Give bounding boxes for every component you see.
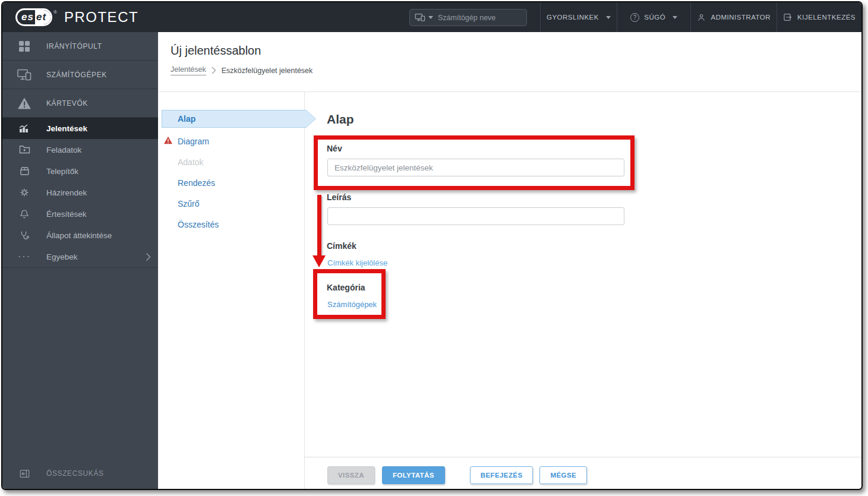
computer-icon (415, 13, 426, 23)
chevron-down-icon (606, 16, 611, 19)
user-icon (697, 13, 706, 22)
category-value-link[interactable]: Számítógépek (327, 300, 377, 309)
reports-chart-icon (2, 124, 46, 134)
help-menu[interactable]: ? SÚGÓ (617, 2, 691, 32)
error-warning-icon (163, 136, 173, 144)
sidebar-item-notifications[interactable]: Értesítések (2, 203, 158, 225)
collapse-icon (2, 469, 46, 478)
logout-icon (783, 12, 793, 22)
form-heading: Alap (327, 112, 354, 127)
computers-icon (2, 68, 46, 81)
main-content: Új jelentéssablon Jelentések Eszközfelüg… (158, 32, 861, 489)
breadcrumb-current: Eszközfelügyelet jelentések (222, 67, 313, 75)
breadcrumb-parent-link[interactable]: Jelentések (171, 65, 206, 75)
app-window: eset ® PROTECT GYORSLINKEK ? SÚGÓ (1, 1, 863, 490)
threats-warning-icon (2, 97, 46, 110)
sidebar-item-installers[interactable]: Telepítők (2, 160, 158, 182)
wizard-step-data: Adatok (158, 152, 304, 173)
page-title: Új jelentéssablon (171, 44, 261, 58)
tags-label: Címkék (327, 241, 356, 251)
category-label: Kategória (327, 283, 365, 292)
status-overview-icon (2, 230, 46, 241)
wizard-panel: Alap Diagram Adatok Rendezés Szűrő (158, 91, 861, 489)
quicklinks-menu[interactable]: GYORSLINKEK (540, 2, 617, 32)
computer-search-box[interactable] (409, 9, 527, 26)
chevron-down-icon (673, 16, 677, 19)
wizard-steps: Alap Diagram Adatok Rendezés Szűrő (158, 92, 305, 489)
annotation-arrow-head-icon (313, 255, 326, 267)
help-icon: ? (630, 13, 639, 22)
notifications-bell-icon (2, 208, 46, 219)
sidebar-item-status-overview[interactable]: Állapot áttekintése (2, 225, 158, 246)
registered-mark: ® (53, 10, 57, 15)
name-label: Név (327, 144, 342, 153)
cancel-button[interactable]: MÉGSE (539, 466, 587, 484)
description-label: Leírás (327, 192, 351, 202)
wizard-step-basic[interactable]: Alap (162, 110, 316, 128)
sidebar-item-reports[interactable]: Jelentések (2, 118, 158, 139)
continue-button[interactable]: FOLYTATÁS (382, 466, 445, 484)
sidebar-item-computers[interactable]: SZÁMÍTÓGÉPEK (2, 61, 158, 89)
topbar: eset ® PROTECT GYORSLINKEK ? SÚGÓ (2, 2, 861, 32)
wizard-step-sorting[interactable]: Rendezés (158, 173, 304, 194)
tasks-folder-icon (2, 145, 46, 154)
product-name: PROTECT (64, 9, 138, 26)
breadcrumb: Jelentések Eszközfelügyelet jelentések (171, 65, 313, 75)
dashboard-grid-icon (2, 39, 46, 53)
sidebar-submenu: Jelentések Feladatok Telepítők (2, 118, 158, 268)
sidebar-item-detections[interactable]: KÁRTEVŐK (2, 89, 158, 118)
sidebar: IRÁNYÍTÓPULT SZÁMÍTÓGÉPEK KÁRTEVŐK J (2, 32, 158, 489)
page-header: Új jelentéssablon Jelentések Eszközfelüg… (158, 32, 861, 91)
chevron-down-icon (428, 16, 433, 19)
wizard-step-filter[interactable]: Szűrő (158, 194, 304, 214)
description-input[interactable] (327, 207, 624, 225)
sidebar-collapse-button[interactable]: ÖSSZECSUKÁS (2, 463, 158, 484)
sidebar-item-more[interactable]: ··· Egyebek (2, 246, 158, 267)
eset-protect-logo: eset ® PROTECT (2, 8, 158, 26)
topbar-menu: GYORSLINKEK ? SÚGÓ ADMINISTRATOR KIJELEN… (540, 2, 861, 32)
policies-gear-icon (2, 187, 46, 198)
installers-icon (2, 166, 46, 176)
search-input[interactable] (438, 14, 509, 22)
wizard-step-chart[interactable]: Diagram (158, 131, 304, 152)
back-button: VISSZA (327, 466, 375, 484)
wizard-step-summary[interactable]: Összesítés (158, 214, 304, 235)
sidebar-item-dashboard[interactable]: IRÁNYÍTÓPULT (2, 32, 158, 61)
user-menu[interactable]: ADMINISTRATOR (690, 2, 777, 32)
annotation-arrow-line (317, 195, 321, 255)
chevron-right-icon (212, 67, 216, 74)
wizard-footer: VISSZA FOLYTATÁS BEFEJEZÉS MÉGSE (305, 457, 861, 489)
name-input[interactable] (327, 159, 624, 176)
select-tags-link[interactable]: Címkék kijelölése (327, 258, 387, 267)
more-ellipsis-icon: ··· (2, 251, 46, 262)
chevron-right-icon (146, 252, 151, 261)
sidebar-item-tasks[interactable]: Feladatok (2, 139, 158, 160)
eset-logo: eset (15, 8, 52, 26)
sidebar-item-policies[interactable]: Házirendek (2, 182, 158, 203)
finish-button[interactable]: BEFEJEZÉS (470, 466, 534, 484)
logout-button[interactable]: KIJELENTKEZÉS (777, 2, 861, 32)
wizard-form: Alap Név Leírás Címkék Címkék kijelölése… (305, 92, 861, 489)
